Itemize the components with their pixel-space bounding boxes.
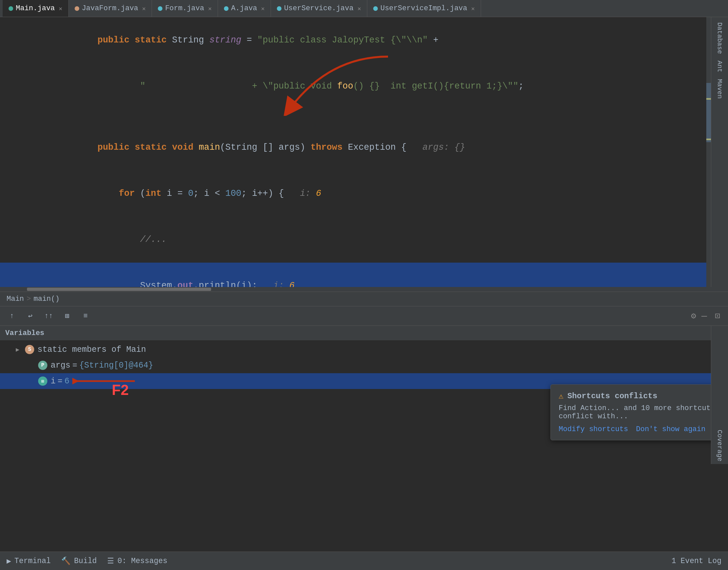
tab-main-java[interactable]: Main.java ✕ xyxy=(3,0,69,17)
tab-userservice[interactable]: UserService.java ✕ xyxy=(271,0,367,17)
debug-step-over[interactable]: ↑ xyxy=(5,309,18,322)
var-name-static: static members of Main xyxy=(37,345,146,354)
tab-bar: Main.java ✕ JavaForm.java ✕ Form.java ✕ … xyxy=(0,0,728,17)
messages-label: 0: Messages xyxy=(117,557,167,565)
build-icon: 🔨 xyxy=(61,557,71,566)
f2-label: F2 xyxy=(112,382,129,398)
code-line-4: public static void main(String [] args) … xyxy=(0,124,711,171)
line-content-7[interactable]: System.out.println(i); i: 6 xyxy=(27,263,711,287)
var-eq-i: = xyxy=(58,376,62,386)
tab-close-userserviceimpl[interactable]: ✕ xyxy=(471,5,475,12)
minimize-icon[interactable]: — xyxy=(701,311,707,321)
messages-icon: ☰ xyxy=(107,557,114,566)
code-line-3 xyxy=(0,109,711,124)
popup-actions: Modify shortcuts Don't show again xyxy=(559,425,713,434)
sidebar-ant[interactable]: Ant xyxy=(716,60,723,72)
tab-javaform[interactable]: JavaForm.java ✕ xyxy=(69,0,152,17)
var-row-static[interactable]: ▶ S static members of Main xyxy=(0,342,728,357)
warning-icon: ⚠ xyxy=(559,391,563,401)
terminal-item[interactable]: ▶ Terminal xyxy=(7,557,51,566)
debug-table-view[interactable]: ⊞ xyxy=(60,309,74,322)
coverage-sidebar: Coverage xyxy=(711,326,728,464)
build-label: Build xyxy=(74,557,97,565)
h-scroll-thumb[interactable] xyxy=(27,288,211,291)
scroll-markers xyxy=(706,17,711,287)
tab-close-main[interactable]: ✕ xyxy=(59,5,62,12)
popup-title: ⚠ Shortcuts conflicts xyxy=(559,391,713,401)
event-log-label: 1 Event Log xyxy=(671,557,721,565)
event-log-item[interactable]: 1 Event Log xyxy=(671,557,721,565)
code-line-7[interactable]: System.out.println(i); i: 6 xyxy=(0,263,711,287)
var-name-args: args xyxy=(51,361,70,370)
tab-label-userserviceimpl: UserServiceImpl.java xyxy=(381,4,467,12)
var-badge-s: S xyxy=(25,345,34,354)
tab-icon-form xyxy=(158,6,162,11)
tab-close-javaform[interactable]: ✕ xyxy=(142,5,146,12)
tab-icon-userservice xyxy=(277,6,281,11)
messages-item[interactable]: ☰ 0: Messages xyxy=(107,557,167,566)
var-row-args[interactable]: P args = {String[0]@464} xyxy=(0,357,728,373)
var-badge-p: P xyxy=(38,361,47,370)
tab-label-javaform: JavaForm.java xyxy=(82,4,138,12)
tab-icon-javaform xyxy=(75,6,79,11)
code-lines: public static String string = "public cl… xyxy=(0,17,711,287)
sidebar-maven[interactable]: Maven xyxy=(716,79,723,99)
tab-icon-userserviceimpl xyxy=(373,6,378,11)
debug-step-into[interactable]: ↩ xyxy=(24,309,37,322)
var-arrow-0: ▶ xyxy=(16,346,25,353)
terminal-label: Terminal xyxy=(14,557,51,565)
var-val-i: 6 xyxy=(64,376,69,386)
variables-panel: Variables ▶ S static members of Main P a… xyxy=(0,326,728,464)
breadcrumb-separator: > xyxy=(27,295,31,303)
var-badge-i: ⊞ xyxy=(38,376,47,386)
scrollbar-viewport[interactable] xyxy=(706,83,711,142)
breadcrumb-method[interactable]: main() xyxy=(34,295,59,303)
panel-header-variables: Variables xyxy=(0,326,728,340)
modify-shortcuts-link[interactable]: Modify shortcuts xyxy=(559,425,628,434)
line-content-1[interactable]: public static String string = "public cl… xyxy=(27,17,711,63)
right-sidebar: Database Ant Maven xyxy=(711,17,728,287)
tab-close-userservice[interactable]: ✕ xyxy=(357,5,361,12)
horizontal-scrollbar[interactable] xyxy=(0,287,728,292)
variable-tree: ▶ S static members of Main P args = {Str… xyxy=(0,340,728,390)
popup-body-text: Find Action... and 10 more shortcut conf… xyxy=(559,404,713,420)
code-line-2: " + \"public void foo() {} int getI(){re… xyxy=(0,63,711,109)
tab-a[interactable]: A.java ✕ xyxy=(218,0,271,17)
shortcuts-popup: ⚠ Shortcuts conflicts Find Action... and… xyxy=(551,384,721,440)
settings-icon[interactable]: ⚙ xyxy=(691,311,696,321)
debug-toolbar: ↑ ↩ ↑↑ ⊞ ≡ ⚙ — ⊡ xyxy=(0,306,728,326)
tab-userserviceimpl[interactable]: UserServiceImpl.java ✕ xyxy=(367,0,481,17)
tab-label-main: Main.java xyxy=(16,4,55,12)
terminal-icon: ▶ xyxy=(7,557,11,566)
dont-show-again-link[interactable]: Don't show again xyxy=(636,425,705,434)
line-content-2[interactable]: " + \"public void foo() {} int getI(){re… xyxy=(27,63,711,109)
breadcrumb-bar: Main > main() xyxy=(0,292,728,306)
code-line-6: //... xyxy=(0,217,711,263)
code-line-1: public static String string = "public cl… xyxy=(0,17,711,63)
line-content-6[interactable]: //... xyxy=(27,217,711,263)
coverage-label[interactable]: Coverage xyxy=(716,430,723,462)
popup-title-text: Shortcuts conflicts xyxy=(567,392,657,400)
tab-close-a[interactable]: ✕ xyxy=(261,5,265,12)
tab-label-a: A.java xyxy=(231,4,257,12)
tab-label-userservice: UserService.java xyxy=(284,4,353,12)
build-item[interactable]: 🔨 Build xyxy=(61,557,97,566)
var-eq-args: = xyxy=(72,361,77,370)
editor-area: Database Ant Maven public static String … xyxy=(0,17,728,287)
tab-close-form[interactable]: ✕ xyxy=(208,5,212,12)
var-val-args: {String[0]@464} xyxy=(79,361,153,370)
layout-icon[interactable]: ⊡ xyxy=(712,311,723,321)
bottom-bar: ▶ Terminal 🔨 Build ☰ 0: Messages 1 Event… xyxy=(0,552,728,570)
tab-icon-a xyxy=(224,6,228,11)
var-name-i: i xyxy=(51,376,56,386)
line-content-4[interactable]: public static void main(String [] args) … xyxy=(27,124,711,171)
breadcrumb-main[interactable]: Main xyxy=(7,295,24,303)
line-content-3[interactable] xyxy=(27,115,711,118)
code-line-5: for (int i = 0; i < 100; i++) { i: 6 xyxy=(0,171,711,217)
debug-step-out[interactable]: ↑↑ xyxy=(42,309,55,322)
debug-list-view[interactable]: ≡ xyxy=(79,309,92,322)
line-content-5[interactable]: for (int i = 0; i < 100; i++) { i: 6 xyxy=(27,171,711,217)
tab-label-form: Form.java xyxy=(165,4,204,12)
sidebar-database[interactable]: Database xyxy=(716,22,723,54)
tab-form[interactable]: Form.java ✕ xyxy=(152,0,218,17)
